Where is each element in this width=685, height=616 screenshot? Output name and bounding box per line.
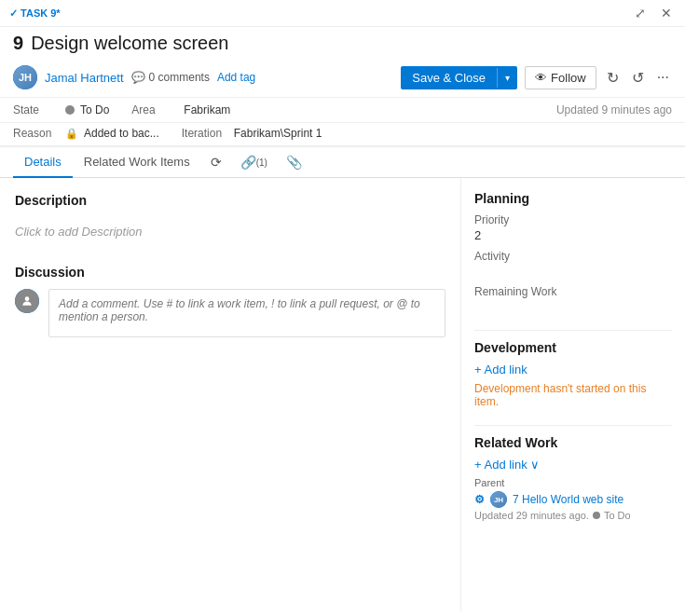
parent-item-icon: ⚙ (474, 493, 485, 506)
right-panel: Planning Priority 2 Activity Remaining W… (461, 178, 685, 611)
parent-label: Parent (474, 477, 672, 488)
comments-count: 0 comments (149, 71, 210, 84)
meta-row-1: State To Do Area Fabrikam Updated 9 minu… (0, 98, 685, 123)
links-badge: (1) (256, 157, 267, 168)
lock-icon: 🔒 (65, 128, 78, 140)
work-item-number: 9 (13, 33, 23, 54)
activity-label: Activity (474, 250, 672, 263)
task-badge: ✓ TASK 9* (9, 7, 61, 20)
comment-bubble-icon: 💬 (131, 71, 145, 84)
planning-section: Planning Priority 2 Activity Remaining W… (474, 191, 672, 313)
state-dot (65, 105, 75, 115)
save-dropdown-arrow[interactable]: ▾ (497, 68, 517, 88)
description-placeholder[interactable]: Click to add Description (15, 217, 445, 246)
priority-label: Priority (474, 213, 672, 226)
work-item-title: 9 Design welcome screen (13, 33, 672, 54)
tabs-bar: Details Related Work Items ⟳ 🔗 (1) 📎 (0, 147, 685, 178)
commenter-avatar (15, 289, 39, 313)
remaining-work-value[interactable] (474, 300, 672, 313)
title-bar-left: ✓ TASK 9* (9, 7, 61, 20)
close-button[interactable]: ✕ (657, 4, 676, 22)
refresh-button[interactable]: ↻ (604, 66, 622, 89)
state-label: State (13, 103, 60, 116)
save-close-button[interactable]: Save & Close ▾ (401, 66, 517, 89)
parent-item-title[interactable]: 7 Hello World web site (513, 493, 623, 506)
tab-attachments[interactable]: 📎 (277, 149, 311, 175)
attachment-icon: 📎 (286, 155, 302, 170)
state-value[interactable]: To Do (80, 103, 109, 116)
area-label: Area (131, 103, 178, 116)
undo-button[interactable]: ↺ (629, 66, 647, 89)
follow-button[interactable]: 👁 Follow (525, 66, 596, 89)
state-item: State To Do (13, 103, 109, 116)
follow-label: Follow (551, 71, 586, 85)
updated-text: Updated 9 minutes ago (556, 103, 672, 116)
development-section: Development + Add link Development hasn'… (474, 330, 672, 408)
left-panel: Description Click to add Description Dis… (0, 178, 461, 611)
related-work-item: Parent ⚙ JH 7 Hello World web site Updat… (474, 477, 672, 521)
history-icon: ⟳ (211, 155, 222, 170)
related-work-add-link-button[interactable]: + Add link ∨ (474, 458, 540, 472)
comment-area (15, 289, 445, 337)
link-icon: 🔗 (240, 155, 256, 170)
parent-updated: Updated 29 minutes ago. To Do (474, 510, 672, 521)
content-area: Description Click to add Description Dis… (0, 178, 685, 611)
expand-button[interactable]: ⤢ (631, 4, 650, 22)
add-tag-button[interactable]: Add tag (217, 71, 255, 84)
save-label[interactable]: Save & Close (401, 66, 497, 89)
assignee-name[interactable]: Jamal Hartnett (45, 71, 124, 85)
parent-status-dot (593, 512, 600, 519)
iteration-value[interactable]: Fabrikam\Sprint 1 (234, 127, 322, 140)
description-section: Description Click to add Description (15, 193, 445, 246)
area-item: Area Fabrikam (131, 103, 230, 116)
reason-item: Reason 🔒 Added to bac... (13, 127, 159, 140)
add-link-chevron-text: + Add link ∨ (474, 458, 540, 472)
comments-link[interactable]: 💬 0 comments (131, 71, 210, 84)
dev-warning: Development hasn't started on this item. (474, 382, 672, 408)
reason-value[interactable]: Added to bac... (84, 127, 159, 140)
parent-avatar: JH (490, 491, 507, 508)
tab-history[interactable]: ⟳ (201, 149, 231, 175)
title-bar: ✓ TASK 9* ⤢ ✕ (0, 0, 685, 27)
reason-label: Reason (13, 127, 60, 140)
iteration-item: Iteration Fabrikam\Sprint 1 (182, 127, 322, 140)
description-title: Description (15, 193, 445, 208)
planning-title: Planning (474, 191, 672, 206)
discussion-title: Discussion (15, 265, 445, 280)
eye-icon: 👁 (535, 71, 547, 85)
development-title: Development (474, 330, 672, 355)
avatar: JH (13, 65, 37, 89)
work-item-header: 9 Design welcome screen (0, 27, 685, 65)
meta-row-2: Reason 🔒 Added to bac... Iteration Fabri… (0, 123, 685, 147)
more-options-button[interactable]: ··· (654, 66, 672, 89)
work-item-title-text: Design welcome screen (31, 33, 228, 54)
related-work-section: Related Work + Add link ∨ Parent ⚙ JH 7 … (474, 425, 672, 521)
priority-value[interactable]: 2 (474, 228, 672, 242)
area-value[interactable]: Fabrikam (184, 103, 230, 116)
header-actions: JH Jamal Hartnett 💬 0 comments Add tag S… (0, 65, 685, 98)
svg-point-0 (25, 296, 30, 301)
title-bar-right: ⤢ ✕ (631, 4, 676, 22)
tab-details[interactable]: Details (13, 147, 73, 178)
activity-value[interactable] (474, 265, 672, 278)
development-add-link-button[interactable]: + Add link (474, 363, 527, 376)
discussion-section: Discussion (15, 265, 445, 337)
parent-link[interactable]: ⚙ JH 7 Hello World web site (474, 491, 672, 508)
tab-related-work-items[interactable]: Related Work Items (73, 147, 201, 178)
tab-links[interactable]: 🔗 (1) (231, 149, 277, 175)
related-work-title: Related Work (474, 425, 672, 450)
iteration-label: Iteration (182, 127, 228, 140)
remaining-work-label: Remaining Work (474, 285, 672, 298)
comment-input[interactable] (48, 289, 445, 337)
